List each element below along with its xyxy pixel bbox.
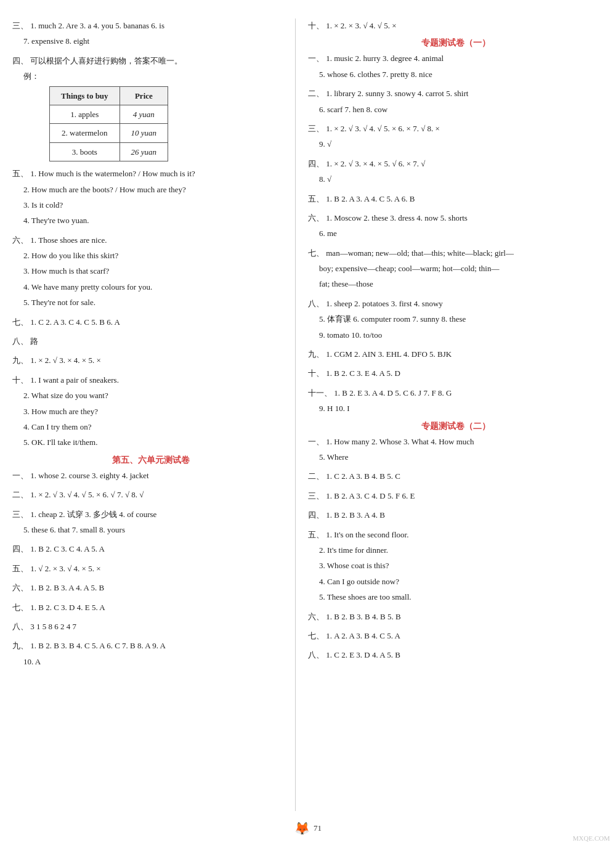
section-title-1: 专题测试卷（一） (308, 38, 604, 49)
s6-item2: 2. How do you like this skirt? (12, 248, 289, 263)
r-section-1: 一、 1. music 2. hurry 3. degree 4. animal… (308, 51, 604, 81)
t-section-1: 一、 1. How many 2. Whose 3. What 4. How m… (308, 434, 604, 465)
watermark: MXQE.COM (573, 834, 610, 842)
buy-table: Things to buy Price 1. apples 4 yuan 2. … (49, 86, 168, 162)
r-section-10: 十、 1. B 2. C 3. E 4. A 5. D (308, 366, 604, 380)
s4-label: 四、 (12, 56, 28, 65)
section-title-2: 专题测试卷（二） (308, 421, 604, 432)
table-cell: 2. watermelon (50, 124, 120, 142)
sa-section-3: 三、 1. cheap 2. 试穿 3. 多少钱 4. of course 5.… (12, 507, 289, 537)
sa-section-2: 二、 1. × 2. √ 3. √ 4. √ 5. × 6. √ 7. √ 8.… (12, 487, 289, 502)
section-9: 九、 1. × 2. √ 3. × 4. × 5. × (12, 353, 289, 367)
table-header-2: Price (120, 86, 168, 105)
right-column: 十、 1. × 2. × 3. √ 4. √ 5. × 专题测试卷（一） 一、 … (302, 18, 604, 811)
t-section-2: 二、 1. C 2. A 3. B 4. B 5. C (308, 469, 604, 483)
section-7: 七、 1. C 2. A 3. C 4. C 5. B 6. A (12, 315, 289, 329)
sa-section-8: 八、 3 1 5 8 6 2 4 7 (12, 619, 289, 634)
s6-label: 六、 1. Those shoes are nice. (12, 233, 289, 247)
s3-label: 三、 (12, 21, 28, 30)
s3-line1: 三、 1. much 2. Are 3. a 4. you 5. bananas… (12, 18, 289, 33)
table-cell: 26 yuan (120, 142, 168, 161)
sa-section-6: 六、 1. B 2. B 3. A 4. A 5. B (12, 581, 289, 595)
table-row: 2. watermelon 10 yuan (50, 124, 168, 142)
r-section-8: 八、 1. sheep 2. potatoes 3. first 4. snow… (308, 296, 604, 342)
sa-section-9: 九、 1. B 2. B 3. B 4. C 5. A 6. C 7. B 8.… (12, 638, 289, 669)
section-5: 五、 1. How much is the watermelon? / How … (12, 166, 289, 228)
s5-label: 五、 1. How much is the watermelon? / How … (12, 166, 289, 181)
r-section-11: 十一、 1. B 2. E 3. A 4. D 5. C 6. J 7. F 8… (308, 386, 604, 416)
section-8: 八、 路 (12, 334, 289, 348)
r-section-4: 四、 1. × 2. √ 3. × 4. × 5. √ 6. × 7. √ 8.… (308, 157, 604, 187)
table-header-1: Things to buy (50, 86, 120, 105)
sa-section-1: 一、 1. whose 2. course 3. eighty 4. jacke… (12, 468, 289, 483)
s4-example: 例： (12, 69, 289, 83)
r-section-3: 三、 1. × 2. √ 3. √ 4. √ 5. × 6. × 7. √ 8.… (308, 121, 604, 152)
t-section-6: 六、 1. B 2. B 3. B 4. B 5. B (308, 610, 604, 624)
r-section-2: 二、 1. library 2. sunny 3. snowy 4. carro… (308, 86, 604, 116)
s6-item4: 4. We have many pretty colours for you. (12, 280, 289, 294)
table-cell: 3. boots (50, 142, 120, 161)
r-section-7: 七、 man—woman; new—old; that—this; white—… (308, 246, 604, 292)
section-title-5-6: 第五、六单元测试卷 (12, 455, 289, 466)
s3-line2: 7. expensive 8. eight (12, 34, 289, 48)
section-3: 三、 1. much 2. Are 3. a 4. you 5. bananas… (12, 18, 289, 49)
section-6: 六、 1. Those shoes are nice. 2. How do yo… (12, 233, 289, 310)
r-section-9: 九、 1. CGM 2. AIN 3. EHL 4. DFO 5. BJK (308, 347, 604, 361)
left-column: 三、 1. much 2. Are 3. a 4. you 5. bananas… (12, 18, 296, 811)
section-4: 四、 可以根据个人喜好进行购物，答案不唯一。 例： Things to buy … (12, 54, 289, 161)
s6-item3: 3. How much is that scarf? (12, 264, 289, 278)
s5-item3: 3. Is it cold? (12, 198, 289, 212)
s4-note: 可以根据个人喜好进行购物，答案不唯一。 (30, 56, 182, 65)
footer: 🦊 71 (294, 821, 322, 836)
t-section-5: 五、 1. It's on the second floor. 2. It's … (308, 528, 604, 605)
table-cell: 1. apples (50, 105, 120, 123)
sa-section-7: 七、 1. B 2. C 3. D 4. E 5. A (12, 600, 289, 614)
s3-content: 1. much 2. Are 3. a 4. you 5. bananas 6.… (30, 21, 164, 30)
sa-section-5: 五、 1. √ 2. × 3. √ 4. × 5. × (12, 561, 289, 576)
right-s10: 十、 1. × 2. × 3. √ 4. √ 5. × (308, 18, 604, 33)
r-section-5: 五、 1. B 2. A 3. A 4. C 5. A 6. B (308, 192, 604, 206)
t-section-8: 八、 1. C 2. E 3. D 4. A 5. B (308, 648, 604, 662)
t-section-4: 四、 1. B 2. B 3. A 4. B (308, 508, 604, 522)
page-number: 71 (314, 823, 322, 833)
s6-item5: 5. They're not for sale. (12, 295, 289, 309)
t-section-7: 七、 1. A 2. A 3. B 4. C 5. A (308, 629, 604, 643)
table-cell: 10 yuan (120, 124, 168, 142)
fox-icon: 🦊 (294, 821, 310, 836)
s5-item2: 2. How much are the boots? / How much ar… (12, 182, 289, 197)
section-10: 十、 1. I want a pair of sneakers. 2. What… (12, 373, 289, 450)
table-cell: 4 yuan (120, 105, 168, 123)
table-row: 1. apples 4 yuan (50, 105, 168, 123)
t-section-3: 三、 1. B 2. A 3. C 4. D 5. F 6. E (308, 489, 604, 503)
s5-item4: 4. They're two yuan. (12, 213, 289, 227)
sa-section-4: 四、 1. B 2. C 3. C 4. A 5. A (12, 542, 289, 556)
r-section-6: 六、 1. Moscow 2. these 3. dress 4. now 5.… (308, 211, 604, 241)
s4-label-line: 四、 可以根据个人喜好进行购物，答案不唯一。 (12, 54, 289, 68)
table-row: 3. boots 26 yuan (50, 142, 168, 161)
